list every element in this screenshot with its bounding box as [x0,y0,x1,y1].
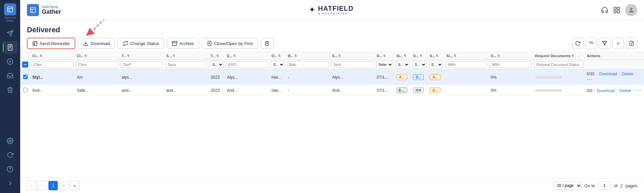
filter-request-doc-input[interactable] [534,61,583,68]
col-del[interactable]: D... ⇅ [375,52,394,60]
sidebar-bottom [3,134,17,190]
col-cl2[interactable]: Cl... ⇅ [75,52,120,60]
filter-mm1[interactable] [444,60,489,70]
col-batch[interactable]: B... ⇅ [286,52,330,60]
svg-rect-9 [617,10,619,12]
prev-page-button[interactable]: ‹ [38,181,47,190]
first-page-button[interactable]: « [27,181,36,190]
col-cl1[interactable]: Cl... ⇅ [30,52,75,60]
select-all-cell[interactable] [20,60,30,70]
filter-sent[interactable] [330,60,375,70]
filter-settings-button[interactable] [585,38,597,49]
brand-gather: Gather [42,9,61,15]
archive-button[interactable]: Archive [167,38,199,49]
col-off3[interactable]: O... ⇅ [489,52,533,60]
apps-icon[interactable] [613,6,620,14]
filter-cl2[interactable] [75,60,120,70]
filter-ero-input[interactable] [226,61,268,68]
sidebar-item-help[interactable] [3,163,17,176]
sidebar-item-docs[interactable] [3,41,17,54]
filter-ero[interactable] [225,60,270,70]
row2-checkbox-cell[interactable] [20,85,30,96]
col-off[interactable]: O... ⇅ [269,52,286,60]
delete-button[interactable] [261,38,273,49]
filter-sig2-select[interactable]: S... [412,61,426,68]
filter-sent-input[interactable] [332,61,374,68]
last-page-button[interactable]: » [70,181,79,190]
change-status-button[interactable]: Change Status [118,38,164,49]
sidebar-item-settings[interactable] [3,134,17,147]
row1-badge2[interactable]: D... [411,70,427,85]
filter-cl2-input[interactable] [76,61,118,68]
filter-request-doc[interactable] [533,60,585,70]
col-ero[interactable]: E... ⇅ [225,52,270,60]
sidebar-item-expand[interactable] [3,177,17,190]
filter-button[interactable] [599,38,610,49]
row1-more-button[interactable]: ⋯ [587,77,592,82]
row1-checkbox-cell[interactable] [20,70,30,85]
row1-download-link[interactable]: Download [599,72,617,76]
filter-spou[interactable] [164,60,209,70]
content-area: Delivered Send Reminder [20,20,644,193]
filter-del[interactable]: Selec [375,60,394,70]
col-sig1[interactable]: Si... ⇅ [394,52,411,60]
filter-mm2-input[interactable] [490,61,532,68]
col-sent[interactable]: S... ⇅ [330,52,375,60]
row2-badge1[interactable]: E-... [394,85,411,96]
filter-mm2[interactable] [489,60,533,70]
row2-delete-link[interactable]: Delete [619,88,631,93]
row2-checkbox[interactable] [23,88,28,92]
filter-cl1[interactable] [30,60,75,70]
filter-taxp[interactable] [120,60,164,70]
export-button[interactable] [626,38,637,49]
filter-sig1-select[interactable]: S... [396,61,410,68]
filter-sig1[interactable]: S... [394,60,411,70]
row1-delete-link[interactable]: Delete [622,72,634,76]
row1-checkbox[interactable] [23,75,28,79]
filter-sig2[interactable]: S... [411,60,427,70]
filter-cl1-input[interactable] [32,61,74,68]
row1-badge1[interactable]: A... [394,70,411,85]
per-page-select[interactable]: 10 / page 20 / page 50 / page [553,181,582,190]
col-off2[interactable]: O... ⇅ [411,52,427,60]
filter-spou-input[interactable] [165,61,207,68]
filter-ty[interactable]: S... [209,60,225,70]
sidebar-item-inbox[interactable] [3,69,17,82]
filter-sig3[interactable]: S... [428,60,444,70]
filter-sig3-select[interactable]: S... [429,61,443,68]
chevron-down-button[interactable] [612,38,624,49]
sidebar-item-cancel[interactable] [3,55,17,68]
filter-batch-input[interactable] [287,61,329,68]
filter-batch[interactable] [286,60,330,70]
row2-download-link[interactable]: Download [597,88,615,93]
close-open-by-firm-button[interactable]: Close/Open by Firm [202,38,258,49]
col-sig2[interactable]: S... ⇅ [428,52,444,60]
col-request-docs[interactable]: Request Documents ⇅ [533,52,585,60]
page-1-button[interactable]: 1 [48,181,58,190]
row2-badge3[interactable]: A... [428,85,444,96]
filter-ty-select[interactable]: S... [210,61,223,68]
filter-taxp-input[interactable] [121,61,163,68]
sidebar-item-trash[interactable] [3,83,17,96]
filter-mm1-input[interactable] [446,61,487,68]
user-avatar[interactable] [625,4,637,16]
send-reminder-button[interactable]: Send Reminder [27,38,75,49]
headset-icon[interactable] [601,6,608,14]
filter-off-select[interactable]: S... [271,61,285,68]
deselect-all-checkbox[interactable] [22,62,28,68]
row1-badge3[interactable]: A... [428,70,444,85]
sidebar-item-refresh[interactable] [3,149,17,161]
col-sp[interactable]: S... ⇅ [164,52,209,60]
col-ty[interactable]: T... ⇅ [209,52,225,60]
refresh-button[interactable] [572,38,583,49]
next-page-button[interactable]: › [59,181,69,190]
col-si3[interactable]: Si... ⇅ [444,52,489,60]
goto-input[interactable] [598,182,611,190]
filter-del-select[interactable]: Selec [376,61,393,68]
row2-more-button[interactable]: ⋯ [636,87,641,93]
sidebar-item-send[interactable] [3,27,17,40]
download-button[interactable]: Download [78,38,115,49]
col-tax[interactable]: T... ⇅ [120,52,164,60]
filter-off[interactable]: S... [269,60,286,70]
row2-badge2[interactable]: N/A [411,85,427,96]
